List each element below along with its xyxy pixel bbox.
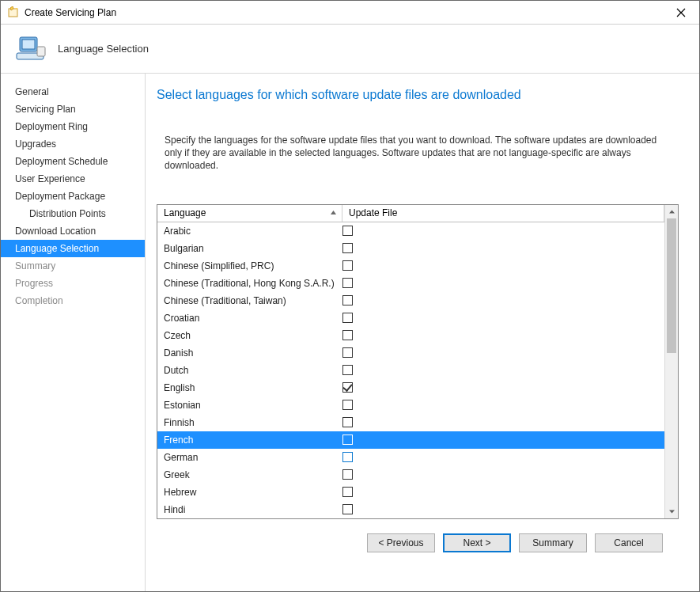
table-row[interactable]: Dutch (157, 362, 664, 379)
update-file-cell (342, 260, 664, 271)
sidebar-item[interactable]: Summary (1, 257, 145, 275)
svg-rect-3 (22, 40, 35, 49)
sidebar-item-label: Completion (15, 295, 63, 306)
sidebar-item[interactable]: General (1, 83, 145, 101)
table-row[interactable]: Arabic (157, 222, 664, 240)
table-row[interactable]: Hebrew (157, 484, 664, 501)
update-file-cell (342, 382, 664, 393)
update-file-checkbox[interactable] (342, 435, 353, 445)
language-cell: German (157, 452, 342, 463)
table-row[interactable]: English (157, 379, 664, 397)
sidebar-item[interactable]: Download Location (1, 222, 145, 240)
table-row[interactable]: Bulgarian (157, 240, 664, 257)
update-file-cell (342, 365, 664, 375)
scroll-down-button[interactable] (665, 505, 678, 518)
table-row[interactable]: Estonian (157, 397, 664, 414)
table-row[interactable]: Danish (157, 344, 664, 362)
sidebar-item-label: General (15, 86, 49, 97)
scroll-up-button[interactable] (665, 205, 678, 218)
update-file-cell (342, 295, 664, 305)
column-update-file-label: Update File (349, 207, 397, 218)
table-row[interactable]: Chinese (Simplified, PRC) (157, 257, 664, 275)
previous-button[interactable]: < Previous (367, 533, 435, 552)
page-title: Language Selection (58, 43, 149, 55)
update-file-checkbox[interactable] (342, 469, 353, 480)
svg-point-1 (16, 8, 17, 9)
dialog-window: Create Servicing Plan Language Selection… (0, 0, 700, 592)
update-file-cell (342, 243, 664, 253)
cancel-button[interactable]: Cancel (595, 533, 663, 552)
svg-rect-5 (37, 47, 45, 56)
sidebar-item-label: Distribution Points (29, 208, 106, 219)
update-file-checkbox[interactable] (342, 295, 353, 305)
language-cell: Croatian (157, 313, 342, 324)
close-button[interactable] (663, 1, 699, 24)
summary-button[interactable]: Summary (519, 533, 587, 552)
sidebar-item-label: Download Location (15, 226, 96, 237)
table-row[interactable]: Greek (157, 466, 664, 484)
sidebar-item[interactable]: Completion (1, 292, 145, 309)
language-cell: Danish (157, 347, 342, 359)
header-band: Language Selection (1, 25, 699, 74)
language-cell: Chinese (Traditional, Hong Kong S.A.R.) (157, 278, 342, 289)
update-file-checkbox[interactable] (342, 487, 353, 497)
sidebar-item[interactable]: Language Selection (1, 240, 145, 257)
column-update-file[interactable]: Update File (342, 205, 664, 222)
sidebar-item[interactable]: Distribution Points (1, 205, 145, 222)
update-file-checkbox[interactable] (342, 504, 353, 514)
table-row[interactable]: Chinese (Traditional, Taiwan) (157, 292, 664, 309)
dialog-body: GeneralServicing PlanDeployment RingUpgr… (1, 74, 699, 591)
table-row[interactable]: Croatian (157, 309, 664, 327)
table-row[interactable]: Czech (157, 327, 664, 344)
sidebar-item[interactable]: User Experience (1, 170, 145, 188)
svg-rect-0 (9, 9, 17, 17)
table-row[interactable]: Finnish (157, 414, 664, 431)
update-file-checkbox[interactable] (342, 365, 353, 375)
sidebar-item-label: Progress (15, 278, 53, 289)
update-file-checkbox[interactable] (342, 278, 353, 288)
table-row[interactable]: Hindi (157, 501, 664, 518)
update-file-checkbox[interactable] (342, 226, 353, 236)
update-file-checkbox[interactable] (342, 382, 353, 393)
table-row[interactable]: French (157, 431, 664, 449)
update-file-checkbox[interactable] (342, 347, 353, 358)
sidebar-item[interactable]: Servicing Plan (1, 101, 145, 118)
table-header: Language Update File (157, 205, 664, 222)
sidebar-item[interactable]: Deployment Ring (1, 118, 145, 135)
chevron-up-icon (668, 208, 675, 215)
update-file-cell (342, 435, 664, 445)
sidebar-item[interactable]: Deployment Package (1, 188, 145, 205)
sidebar-item-label: Deployment Package (15, 191, 105, 202)
column-language[interactable]: Language (157, 205, 342, 222)
next-button[interactable]: Next > (443, 533, 511, 552)
update-file-checkbox[interactable] (342, 313, 353, 323)
update-file-cell (342, 347, 664, 358)
language-cell: English (157, 382, 342, 393)
table-row[interactable]: German (157, 449, 664, 466)
close-icon (676, 8, 686, 17)
update-file-checkbox[interactable] (342, 260, 353, 271)
sidebar-item[interactable]: Deployment Schedule (1, 153, 145, 170)
update-file-cell (342, 400, 664, 410)
titlebar: Create Servicing Plan (1, 1, 699, 25)
vertical-scrollbar[interactable] (664, 205, 678, 518)
update-file-checkbox[interactable] (342, 400, 353, 410)
scroll-track[interactable] (665, 218, 678, 505)
wizard-sidebar: GeneralServicing PlanDeployment RingUpgr… (1, 74, 146, 591)
sidebar-item-label: Language Selection (15, 243, 99, 254)
window-title: Create Servicing Plan (25, 7, 663, 18)
scroll-thumb[interactable] (667, 218, 676, 353)
language-cell: Chinese (Simplified, PRC) (157, 260, 342, 271)
language-cell: Arabic (157, 226, 342, 237)
sidebar-item[interactable]: Progress (1, 275, 145, 292)
update-file-cell (342, 226, 664, 236)
sidebar-item[interactable]: Upgrades (1, 135, 145, 153)
update-file-checkbox[interactable] (342, 417, 353, 427)
update-file-checkbox[interactable] (342, 243, 353, 253)
update-file-checkbox[interactable] (342, 452, 353, 462)
table-row[interactable]: Chinese (Traditional, Hong Kong S.A.R.) (157, 275, 664, 292)
language-table: Language Update File ArabicBulgarianChin… (157, 204, 679, 519)
language-cell: Bulgarian (157, 243, 342, 254)
update-file-checkbox[interactable] (342, 330, 353, 340)
update-file-cell (342, 487, 664, 497)
